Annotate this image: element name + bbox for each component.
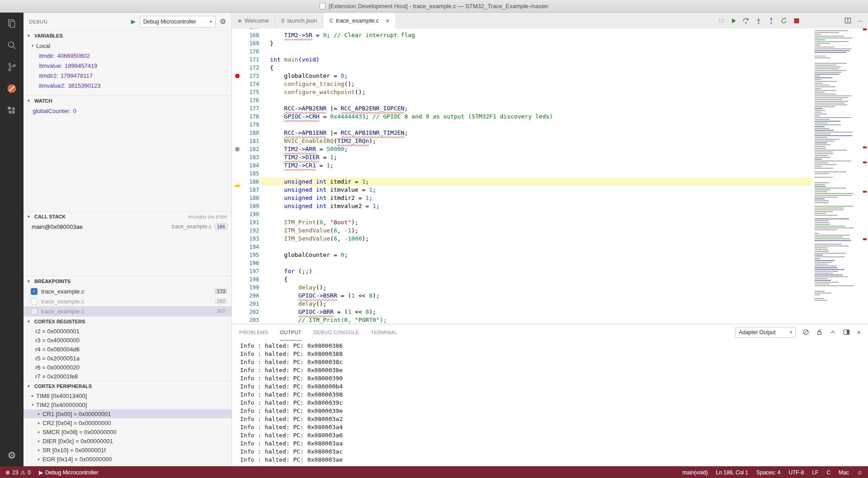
code-line-171[interactable]: 171int main(void)	[232, 56, 817, 64]
source-control-icon[interactable]	[0, 56, 24, 78]
code-line-188[interactable]: 188 unsigned int itmdir2 = 1;	[232, 194, 817, 202]
problems-status[interactable]: ⊗ 23 ⚠ 0	[5, 469, 31, 476]
register-row[interactable]: r7 = 0x20001fe8	[24, 372, 231, 381]
encoding-status[interactable]: UTF-8	[788, 469, 804, 476]
code-line-190[interactable]: 190	[232, 210, 817, 218]
peripheral-row[interactable]: ▸CR1 [0x00] = 0x00000001	[24, 409, 231, 418]
code-line-201[interactable]: 201 delay();	[232, 300, 817, 308]
code-line-181[interactable]: 181 NVIC_EnableIRQ(TIM2_IRQn);	[232, 137, 817, 145]
breakpoint-row[interactable]: ✓trace_example.c173	[24, 286, 231, 296]
peripheral-row[interactable]: ▸SR [0x10] = 0x0000001f	[24, 445, 231, 454]
code-line-172[interactable]: 172{	[232, 64, 817, 72]
breakpoint-dot-gray[interactable]	[235, 147, 240, 151]
callstack-section-header[interactable]: ▾ CALL STACK PAUSED ON STEP	[24, 212, 231, 222]
code-line-168[interactable]: 168 TIM2->SR = 0; // Clear interrupt fla…	[232, 31, 817, 39]
code-line-199[interactable]: 199 delay();	[232, 284, 817, 292]
code-line-189[interactable]: 189 unsigned int itmvalue2 = 1;	[232, 202, 817, 210]
extensions-icon[interactable]	[0, 99, 24, 121]
variables-section-header[interactable]: ▾ VARIABLES	[24, 31, 231, 41]
debug-session-status[interactable]: ▶ Debug Microcontroller	[39, 469, 99, 476]
step-out-button[interactable]	[768, 17, 775, 24]
minimap[interactable]	[812, 28, 862, 324]
maximize-panel-icon[interactable]	[830, 329, 836, 336]
code-line-187[interactable]: 187 unsigned int itmvalue = 1;	[232, 186, 817, 194]
cursor-position[interactable]: Ln 186, Col 1	[716, 469, 748, 476]
eol-status[interactable]: LF	[812, 469, 818, 476]
variable-row[interactable]: itmvalue:1898457419	[24, 61, 231, 71]
indentation-status[interactable]: Spaces: 4	[756, 469, 780, 476]
code-line-195[interactable]: 195 globalCounter = 0;	[232, 251, 817, 259]
start-debugging-button[interactable]: ▶	[131, 18, 136, 25]
panel-tab-debug-console[interactable]: DEBUG CONSOLE	[313, 324, 359, 341]
code-line-196[interactable]: 196	[232, 259, 817, 267]
peripheral-row[interactable]: ▸CCMR1_Output [0x18] = 0x00000000	[24, 464, 231, 466]
register-row[interactable]: r3 = 0x40000000	[24, 336, 231, 345]
code-line-176[interactable]: 176	[232, 96, 817, 104]
peripheral-row[interactable]: ▸CR2 [0x04] = 0x00000000	[24, 418, 231, 427]
code-line-177[interactable]: 177 RCC->APB2ENR |= RCC_APB2ENR_IOPCEN;	[232, 104, 817, 113]
code-line-192[interactable]: 192 ITM_SendValue(6, -1);	[232, 227, 817, 235]
step-into-button[interactable]	[755, 17, 762, 24]
code-line-184[interactable]: 184 TIM2->CR1 = 1;	[232, 161, 817, 170]
code-line-202[interactable]: 202 GPIOC->BRR = (1 << 8);	[232, 308, 817, 316]
code-line-175[interactable]: 175 configure_watchpoint();	[232, 88, 817, 96]
code-line-170[interactable]: 170	[232, 47, 817, 56]
settings-gear-icon[interactable]: ⚙	[8, 450, 16, 461]
register-row[interactable]: r2 = 0x00000001	[24, 327, 231, 336]
code-line-197[interactable]: 197 for (;;)	[232, 267, 817, 275]
code-line-183[interactable]: 183 TIM2->DIER = 1;	[232, 153, 817, 161]
stop-button[interactable]	[793, 17, 800, 24]
output-console[interactable]: Info : halted: PC: 0x08000386Info : halt…	[232, 340, 868, 466]
panel-tab-output[interactable]: OUTPUT	[280, 324, 302, 341]
toolbar-drag-handle-icon[interactable]	[718, 19, 724, 23]
code-line-178[interactable]: 178 GPIOC->CRH = 0x44444433; // GPIOC 8 …	[232, 113, 817, 121]
overview-ruler[interactable]	[862, 28, 868, 324]
panel-tab-problems[interactable]: PROBLEMS	[239, 324, 268, 341]
clear-output-icon[interactable]	[802, 329, 809, 336]
code-line-185[interactable]: 185	[232, 170, 817, 178]
tab-trace-example-c[interactable]: Ctrace_example.c×	[323, 13, 396, 28]
launch-config-select[interactable]: Debug Microcontroller ▾	[140, 16, 216, 28]
code-line-182[interactable]: 182 TIM2->ARR = 50000;	[232, 145, 817, 153]
scope-row[interactable]: ▾Local	[24, 41, 231, 51]
register-row[interactable]: r6 = 0x00000020	[24, 363, 231, 372]
configure-launch-gear-icon[interactable]: ⚙	[220, 17, 226, 26]
explorer-icon[interactable]	[0, 13, 24, 34]
watch-section-header[interactable]: ▾ WATCH	[24, 96, 231, 106]
code-line-186[interactable]: 186 unsigned int itmdir = 1;	[232, 178, 817, 186]
breakpoint-dot-red[interactable]	[235, 74, 240, 78]
close-panel-icon[interactable]: ×	[857, 328, 861, 336]
language-mode[interactable]: C	[826, 469, 830, 476]
panel-tab-terminal[interactable]: TERMINAL	[371, 324, 397, 341]
peripheral-row[interactable]: ▾TIM2 [0x40000000]	[24, 400, 231, 409]
panel-layout-icon[interactable]	[843, 329, 850, 336]
code-line-191[interactable]: 191 ITM_Print(0, "Boot");	[232, 218, 817, 227]
tab-launch-json[interactable]: {}launch.json	[275, 13, 324, 28]
variable-row[interactable]: itmdir2:1799478117	[24, 71, 231, 80]
registers-section-header[interactable]: ▾ CORTEX REGISTERS	[24, 317, 231, 327]
breakpoint-row[interactable]: trace_example.c182	[24, 296, 231, 306]
stack-frame[interactable]: main@0x080003aetrace_example.c186	[24, 222, 231, 232]
peripheral-row[interactable]: ▸DIER [0x0c] = 0x00000001	[24, 436, 231, 445]
code-line-193[interactable]: 193 ITM_SendValue(6, -1000);	[232, 235, 817, 243]
variable-row[interactable]: itmdir:4066950602	[24, 51, 231, 61]
breakpoint-checkbox[interactable]	[31, 298, 38, 305]
tab-welcome[interactable]: ◉Welcome	[232, 13, 275, 28]
breakpoint-checkbox[interactable]	[31, 308, 38, 315]
peripherals-section-header[interactable]: ▾ CORTEX PERIPHERALS	[24, 381, 231, 391]
more-actions-icon[interactable]: ⋯	[857, 17, 863, 24]
peripheral-row[interactable]: ▸TIM8 [0x40013400]	[24, 391, 231, 400]
split-editor-icon[interactable]	[844, 17, 851, 24]
output-channel-select[interactable]: Adapter Output ▾	[735, 327, 796, 338]
search-icon[interactable]	[0, 34, 24, 56]
code-line-174[interactable]: 174 configure_tracing();	[232, 80, 817, 88]
step-over-button[interactable]	[742, 17, 750, 24]
peripheral-row[interactable]: ▸EGR [0x14] = 0x00000000	[24, 454, 231, 464]
code-line-169[interactable]: 169}	[232, 39, 817, 47]
breakpoint-checkbox[interactable]: ✓	[31, 288, 38, 295]
code-line-200[interactable]: 200 GPIOC->BSRR = (1 << 8);	[232, 292, 817, 300]
watch-row[interactable]: globalCounter:0	[24, 106, 231, 116]
code-line-194[interactable]: 194	[232, 243, 817, 251]
code-line-179[interactable]: 179	[232, 121, 817, 129]
code-line-180[interactable]: 180 RCC->APB1ENR |= RCC_APB1ENR_TIM2EN;	[232, 129, 817, 137]
